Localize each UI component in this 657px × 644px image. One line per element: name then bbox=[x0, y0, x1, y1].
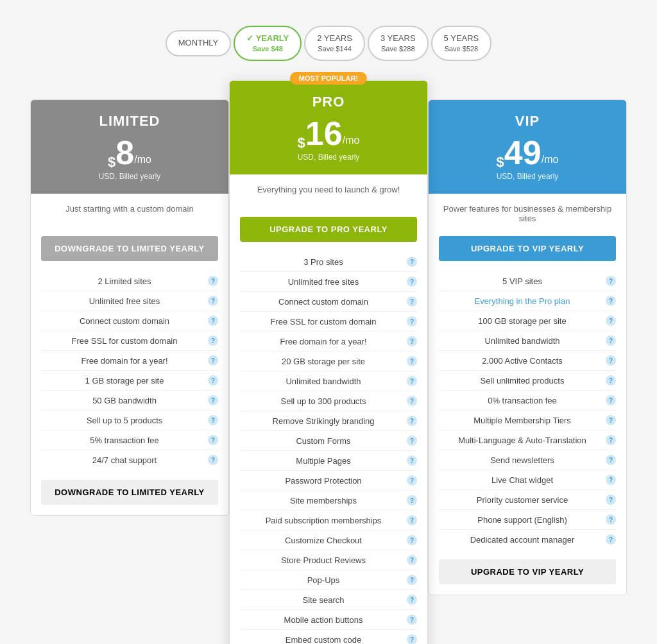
question-icon[interactable]: ? bbox=[606, 296, 616, 306]
question-icon[interactable]: ? bbox=[208, 335, 218, 346]
vip-price-amount: 49 bbox=[504, 136, 542, 169]
question-icon[interactable]: ? bbox=[407, 416, 417, 426]
question-icon[interactable]: ? bbox=[606, 534, 616, 545]
list-item: Phone support (English)? bbox=[439, 510, 616, 530]
pro-features-list: 3 Pro sites? Unlimited free sites? Conne… bbox=[240, 252, 417, 644]
list-item: 100 GB storage per site? bbox=[439, 311, 616, 331]
list-item: Unlimited free sites? bbox=[240, 272, 417, 292]
pro-price-period: /mo bbox=[343, 135, 360, 146]
yearly-check: ✓ bbox=[246, 33, 255, 43]
limited-description: Just starting with a custom domain bbox=[41, 204, 218, 227]
question-icon[interactable]: ? bbox=[208, 296, 218, 306]
question-icon[interactable]: ? bbox=[407, 455, 417, 466]
limited-features-list: 2 Limited sites ? Unlimited free sites ?… bbox=[41, 271, 218, 470]
list-item: 50 GB bandwidth ? bbox=[41, 391, 218, 411]
list-item: Free domain for a year!? bbox=[240, 332, 417, 352]
question-icon[interactable]: ? bbox=[407, 495, 417, 505]
question-icon[interactable]: ? bbox=[606, 495, 616, 505]
question-icon[interactable]: ? bbox=[407, 555, 417, 565]
question-icon[interactable]: ? bbox=[606, 475, 616, 485]
pro-billing-note: USD, Billed yearly bbox=[243, 153, 414, 162]
question-icon[interactable]: ? bbox=[407, 575, 417, 585]
list-item: Multi-Language & Auto-Translation? bbox=[439, 430, 616, 450]
list-item: Free SSL for custom domain? bbox=[240, 312, 417, 332]
limited-plan-card: LIMITED $ 8 /mo USD, Billed yearly Just … bbox=[30, 99, 229, 516]
question-icon[interactable]: ? bbox=[407, 296, 417, 307]
question-icon[interactable]: ? bbox=[606, 375, 616, 386]
5years-toggle[interactable]: 5 YEARS Save $528 bbox=[431, 26, 492, 61]
question-icon[interactable]: ? bbox=[208, 435, 218, 445]
yearly-toggle[interactable]: ✓ YEARLY Save $48 bbox=[234, 26, 302, 61]
question-icon[interactable]: ? bbox=[606, 316, 616, 326]
limited-cta-bottom-button[interactable]: DOWNGRADE TO LIMITED YEARLY bbox=[41, 480, 218, 505]
question-icon[interactable]: ? bbox=[606, 455, 616, 465]
list-item: Send newsletters? bbox=[439, 450, 616, 470]
question-icon[interactable]: ? bbox=[606, 355, 616, 366]
list-item: Pop-Ups? bbox=[240, 570, 417, 590]
question-icon[interactable]: ? bbox=[407, 276, 417, 287]
question-icon[interactable]: ? bbox=[208, 316, 218, 326]
pro-plan-name: PRO bbox=[243, 94, 414, 110]
vip-cta-top-button[interactable]: UPGRADE TO VIP YEARLY bbox=[439, 236, 616, 261]
list-item: Sell up to 5 products ? bbox=[41, 411, 218, 430]
limited-plan-body: Just starting with a custom domain DOWNG… bbox=[31, 194, 228, 515]
question-icon[interactable]: ? bbox=[407, 515, 417, 525]
question-icon[interactable]: ? bbox=[606, 395, 616, 405]
question-icon[interactable]: ? bbox=[407, 475, 417, 486]
list-item: 20 GB storage per site? bbox=[240, 352, 417, 371]
question-icon[interactable]: ? bbox=[407, 634, 417, 644]
question-icon[interactable]: ? bbox=[407, 614, 417, 625]
monthly-toggle[interactable]: MONTHLY bbox=[166, 30, 232, 56]
list-item: Unlimited bandwidth? bbox=[439, 331, 616, 351]
limited-price-row: $ 8 /mo bbox=[44, 136, 216, 169]
question-icon[interactable]: ? bbox=[208, 455, 218, 465]
question-icon[interactable]: ? bbox=[208, 375, 218, 386]
list-item: 5% transaction fee ? bbox=[41, 430, 218, 450]
question-icon[interactable]: ? bbox=[606, 514, 616, 525]
list-item: Site search? bbox=[240, 590, 417, 610]
3years-toggle[interactable]: 3 YEARS Save $288 bbox=[368, 26, 429, 61]
question-icon[interactable]: ? bbox=[407, 356, 417, 366]
yearly-save: Save $48 bbox=[246, 44, 289, 53]
list-item: Multiple Pages? bbox=[240, 451, 417, 471]
question-icon[interactable]: ? bbox=[606, 415, 616, 425]
pro-plan-header: PRO $ 16 /mo USD, Billed yearly bbox=[230, 81, 427, 174]
plans-container: LIMITED $ 8 /mo USD, Billed yearly Just … bbox=[14, 80, 643, 644]
vip-price-period: /mo bbox=[542, 154, 559, 165]
list-item: Priority customer service? bbox=[439, 490, 616, 510]
list-item: Mobile action buttons? bbox=[240, 610, 417, 630]
limited-plan-name: LIMITED bbox=[44, 113, 216, 130]
question-icon[interactable]: ? bbox=[407, 257, 417, 267]
limited-price-symbol: $ bbox=[108, 155, 115, 169]
question-icon[interactable]: ? bbox=[407, 316, 417, 326]
vip-plan-card: VIP $ 49 /mo USD, Billed yearly Power fe… bbox=[428, 99, 627, 595]
billing-toggle: MONTHLY ✓ YEARLY Save $48 2 YEARS Save $… bbox=[13, 26, 644, 61]
limited-cta-top-button[interactable]: DOWNGRADE TO LIMITED YEARLY bbox=[41, 236, 218, 261]
vip-plan-header: VIP $ 49 /mo USD, Billed yearly bbox=[429, 100, 626, 194]
list-item: 5 VIP sites? bbox=[439, 271, 616, 291]
question-icon[interactable]: ? bbox=[208, 355, 218, 366]
2years-toggle[interactable]: 2 YEARS Save $144 bbox=[304, 26, 365, 61]
limited-billing-note: USD, Billed yearly bbox=[44, 172, 216, 181]
question-icon[interactable]: ? bbox=[407, 595, 417, 605]
list-item: 0% transaction fee? bbox=[439, 391, 616, 411]
vip-cta-bottom-button[interactable]: UPGRADE TO VIP YEARLY bbox=[439, 559, 616, 584]
question-icon[interactable]: ? bbox=[407, 336, 417, 346]
pro-plan-body: Everything you need to launch & grow! UP… bbox=[230, 174, 427, 644]
question-icon[interactable]: ? bbox=[407, 535, 417, 545]
vip-price-symbol: $ bbox=[497, 155, 504, 169]
pro-description: Everything you need to launch & grow! bbox=[240, 185, 417, 208]
question-icon[interactable]: ? bbox=[208, 415, 218, 425]
pro-cta-top-button[interactable]: UPGRADE TO PRO YEARLY bbox=[240, 217, 417, 242]
list-item: Custom Forms? bbox=[240, 431, 417, 451]
question-icon[interactable]: ? bbox=[606, 335, 616, 346]
question-icon[interactable]: ? bbox=[208, 276, 218, 286]
list-item: Connect custom domain? bbox=[240, 292, 417, 312]
list-item: Sell unlimited products? bbox=[439, 371, 616, 391]
question-icon[interactable]: ? bbox=[606, 435, 616, 445]
question-icon[interactable]: ? bbox=[407, 436, 417, 446]
question-icon[interactable]: ? bbox=[208, 395, 218, 405]
question-icon[interactable]: ? bbox=[606, 276, 616, 286]
question-icon[interactable]: ? bbox=[407, 396, 417, 406]
question-icon[interactable]: ? bbox=[407, 376, 417, 386]
